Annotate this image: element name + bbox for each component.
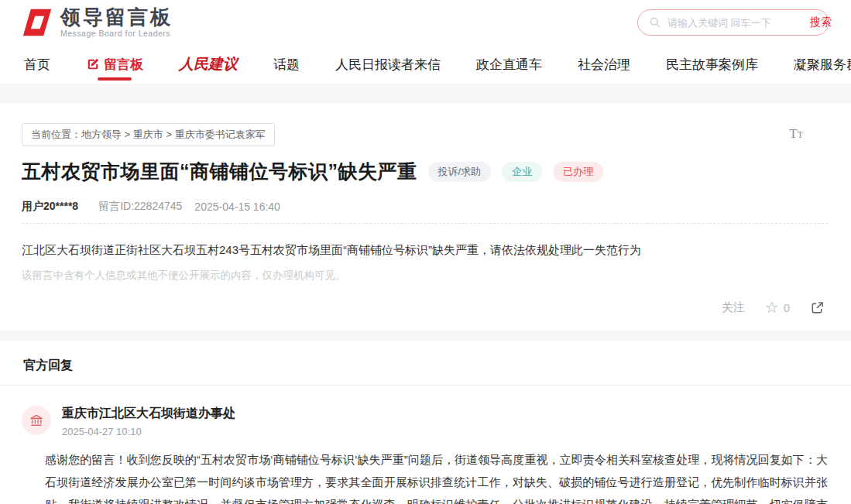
badge-complaint: 投诉/求助 — [428, 162, 492, 182]
logo-icon — [22, 7, 53, 38]
nav-label: 社会治理 — [578, 56, 630, 74]
section-gap — [0, 84, 851, 103]
reply-time: 2025-04-27 10:10 — [62, 426, 235, 437]
site-title: 领导留言板 — [60, 7, 173, 28]
message-card: 当前位置：地方领导 > 重庆市 > 重庆市委书记袁家军 TT 五村农贸市场里面“… — [0, 103, 851, 331]
nav-peoples-suggestions[interactable]: 人民建议 — [168, 45, 249, 84]
nav-label: 民主故事案例库 — [666, 56, 758, 74]
search-input[interactable] — [667, 17, 804, 29]
reply-content: 感谢您的留言！收到您反映的“五村农贸市场‘商铺铺位号标识’缺失严重”问题后，街道… — [45, 448, 828, 504]
government-building-icon — [29, 413, 44, 428]
agency-avatar — [22, 406, 51, 435]
font-size-toggle[interactable]: TT — [789, 126, 803, 142]
site-subtitle: Message Board for Leaders — [60, 29, 173, 38]
official-reply-card: 官方回复 重庆市江北区大石坝街道办事处 2025-04-27 10:10 感谢您… — [0, 341, 851, 504]
message-user: 用户20****8 — [22, 200, 78, 214]
divider — [0, 385, 851, 386]
badge-enterprise: 企业 — [502, 162, 542, 182]
star-count: 0 — [784, 301, 790, 314]
divider — [22, 223, 828, 224]
pen-icon — [86, 57, 100, 71]
badge-handled: 已办理 — [553, 162, 603, 182]
nav-topics[interactable]: 话题 — [263, 45, 311, 84]
nav-label: 人民建议 — [179, 54, 238, 74]
nav-serve-masses[interactable]: 凝聚服务群众 — [783, 45, 851, 84]
search-box[interactable]: 搜索 — [637, 9, 829, 36]
nav-label: 留言板 — [104, 56, 143, 74]
site-logo[interactable]: 领导留言板 Message Board for Leaders — [22, 7, 173, 38]
message-id: 留言ID:22824745 — [98, 200, 182, 214]
search-button[interactable]: 搜索 — [810, 15, 832, 29]
agency-name: 重庆市江北区大石坝街道办事处 — [62, 406, 235, 422]
privacy-note: 该留言中含有个人信息或其他不便公开展示的内容，仅办理机构可见。 — [22, 269, 828, 283]
agency-info: 重庆市江北区大石坝街道办事处 2025-04-27 10:10 — [62, 406, 235, 437]
nav-reader-letters[interactable]: 人民日报读者来信 — [324, 45, 451, 84]
breadcrumb[interactable]: 当前位置：地方领导 > 重庆市 > 重庆市委书记袁家军 — [22, 123, 275, 146]
top-bar: 领导留言板 Message Board for Leaders 搜索 — [0, 0, 851, 45]
nav-label: 人民日报读者来信 — [335, 56, 441, 74]
section-gap — [0, 331, 851, 341]
logo-text: 领导留言板 Message Board for Leaders — [60, 7, 173, 37]
message-time: 2025-04-15 16:40 — [194, 201, 280, 213]
search-icon — [649, 16, 661, 29]
nav-social-governance[interactable]: 社会治理 — [567, 45, 641, 84]
nav-message-board[interactable]: 留言板 — [75, 45, 154, 84]
nav-label: 话题 — [273, 56, 300, 74]
nav-label: 凝聚服务群众 — [794, 56, 851, 74]
nav-democracy-cases[interactable]: 民主故事案例库 — [655, 45, 769, 84]
follow-button[interactable]: 关注 — [722, 300, 745, 315]
message-content: 江北区大石坝街道正街社区大石坝五村243号五村农贸市场里面“商铺铺位号标识”缺失… — [22, 241, 828, 259]
star-button[interactable]: ☆ 0 — [765, 300, 790, 315]
main-nav: 首页 留言板 人民建议 话题 人民日报读者来信 政企直通车 社会治理 民主故事案… — [0, 45, 851, 84]
reply-section-title: 官方回复 — [22, 353, 828, 385]
star-icon: ☆ — [765, 300, 779, 315]
nav-home[interactable]: 首页 — [13, 45, 61, 84]
nav-label: 首页 — [24, 56, 50, 74]
message-title: 五村农贸市场里面“商铺铺位号标识”缺失严重 — [22, 159, 417, 184]
nav-label: 政企直通车 — [476, 56, 542, 74]
share-icon[interactable] — [810, 300, 825, 315]
nav-gov-enterprise[interactable]: 政企直通车 — [465, 45, 553, 84]
